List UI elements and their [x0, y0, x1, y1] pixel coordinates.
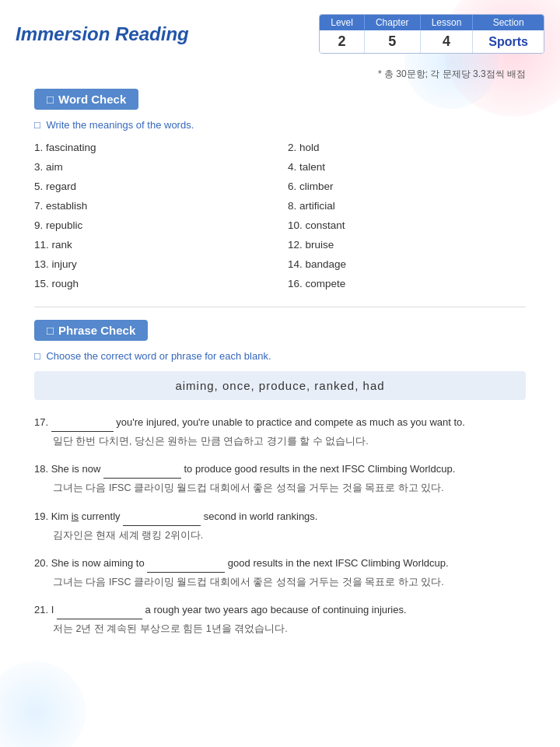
score-note: * 총 30문항; 각 문제당 3.3점씩 배점	[34, 68, 526, 81]
word-item: 2. hold	[288, 140, 526, 155]
sentence-en: 18. She is now to produce good results i…	[34, 461, 526, 479]
content-area: * 총 30문항; 각 문제당 3.3점씩 배점 □ Word Check □ …	[0, 61, 560, 665]
phrase-check-prefix: □	[47, 324, 54, 337]
word-check-prefix: □	[47, 93, 54, 106]
word-item: 10. constant	[288, 218, 526, 233]
sentence-en: 19. Kim is currently second in world ran…	[34, 508, 526, 526]
phrase-check-instruction-text: Choose the correct word or phrase for ea…	[46, 350, 271, 362]
sentence-en: 20. She is now aiming to good results in…	[34, 555, 526, 573]
word-item: 4. talent	[288, 160, 526, 174]
phrase-check-instruction: □ Choose the correct word or phrase for …	[34, 350, 526, 362]
sentences-container: 17. you're injured, you're unable to pra…	[34, 414, 526, 638]
sentence-item: 19. Kim is currently second in world ran…	[34, 508, 526, 544]
meta-header-chapter: Chapter	[364, 15, 420, 30]
word-item: 1. fascinating	[34, 140, 272, 155]
word-item: 12. bruise	[288, 237, 526, 252]
word-check-instruction-text: Write the meanings of the words.	[46, 119, 194, 131]
meta-value-section: Sports	[473, 30, 544, 53]
word-list: 1. fascinating2. hold3. aim4. talent5. r…	[34, 140, 526, 291]
phrase-check-label: Phrase Check	[58, 324, 135, 337]
word-bank: aiming, once, produce, ranked, had	[34, 371, 526, 400]
sentence-kr: 저는 2년 전 계속된 부상으로 힘든 1년을 겪었습니다.	[34, 621, 526, 637]
word-item: 7. establish	[34, 198, 272, 213]
phrase-check-header: □ Phrase Check	[34, 320, 148, 341]
word-item: 6. climber	[288, 179, 526, 194]
sentence-kr: 일단 한번 다치면, 당신은 원하는 만큼 연습하고 경기를 할 수 없습니다.	[34, 433, 526, 450]
word-check-label: Word Check	[58, 93, 126, 106]
word-item: 14. bandage	[288, 257, 526, 272]
phrase-check-instruction-prefix: □	[34, 350, 40, 362]
word-item: 3. aim	[34, 160, 272, 174]
word-item: 16. compete	[288, 276, 526, 291]
word-item: 5. regard	[34, 179, 272, 194]
meta-value-level: 2	[320, 30, 364, 53]
meta-value-chapter: 5	[364, 30, 420, 53]
word-item: 9. republic	[34, 218, 272, 233]
sentence-item: 21. I a rough year two years ago because…	[34, 601, 526, 637]
sentence-item: 17. you're injured, you're unable to pra…	[34, 414, 526, 450]
app-title: Immersion Reading	[16, 23, 189, 45]
sentence-kr: 그녀는 다음 IFSC 클라이밍 월드컵 대회에서 좋은 성적을 거두는 것을 …	[34, 480, 526, 496]
sentence-en: 21. I a rough year two years ago because…	[34, 601, 526, 619]
word-item: 15. rough	[34, 276, 272, 291]
word-check-instruction-prefix: □	[34, 119, 40, 131]
word-check-instruction: □ Write the meanings of the words.	[34, 119, 526, 131]
sentence-item: 20. She is now aiming to good results in…	[34, 555, 526, 591]
sentence-kr: 그녀는 다음 IFSC 클라이밍 월드컵 대회에서 좋은 성적을 거두는 것을 …	[34, 574, 526, 591]
word-item: 11. rank	[34, 237, 272, 252]
meta-table-wrapper: Level Chapter Lesson Section 2 5 4 Sport…	[319, 14, 544, 54]
meta-value-lesson: 4	[420, 30, 473, 53]
sentence-en: 17. you're injured, you're unable to pra…	[34, 414, 526, 432]
meta-header-level: Level	[320, 15, 364, 30]
meta-header-lesson: Lesson	[420, 15, 473, 30]
word-check-header: □ Word Check	[34, 89, 138, 110]
word-item: 8. artificial	[288, 198, 526, 213]
meta-header-section: Section	[473, 15, 544, 30]
meta-table: Level Chapter Lesson Section 2 5 4 Sport…	[320, 15, 544, 53]
phrase-check-section: □ Phrase Check □ Choose the correct word…	[34, 320, 526, 638]
word-item: 13. injury	[34, 257, 272, 272]
header: Immersion Reading Level Chapter Lesson S…	[0, 0, 560, 61]
sentence-kr: 김자인은 현재 세계 랭킹 2위이다.	[34, 528, 526, 544]
sentence-item: 18. She is now to produce good results i…	[34, 461, 526, 496]
section-divider	[34, 307, 526, 307]
